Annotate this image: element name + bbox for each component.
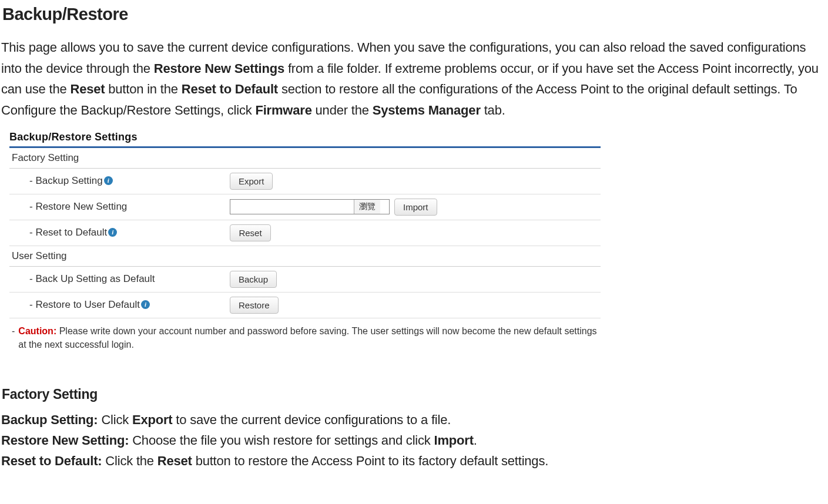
backup-button[interactable]: Backup: [230, 271, 277, 288]
intro-bold: Reset to Default: [182, 82, 278, 96]
intro-text: button in the: [105, 82, 181, 96]
import-button[interactable]: Import: [394, 199, 437, 216]
export-button[interactable]: Export: [230, 173, 273, 190]
page-title: Backup/Restore: [2, 5, 828, 24]
intro-paragraph: This page allows you to save the current…: [1, 37, 828, 121]
intro-bold: Restore New Settings: [154, 61, 284, 76]
backup-setting-row: - Backup Setting i Export: [9, 169, 601, 194]
def-label: Reset to Default:: [1, 453, 102, 468]
settings-panel: Backup/Restore Settings Factory Setting …: [9, 128, 601, 354]
intro-text: under the: [312, 103, 373, 117]
intro-bold: Reset: [70, 82, 105, 96]
backup-as-default-row: - Back Up Setting as Default Backup: [9, 267, 601, 293]
factory-setting-title: Factory Setting: [2, 387, 828, 402]
definition-restore: Restore New Setting: Choose the file you…: [1, 430, 828, 451]
info-icon[interactable]: i: [141, 300, 150, 309]
def-text: button to restore the Access Point to it…: [192, 453, 548, 468]
def-text: to save the current device configuration…: [172, 412, 451, 427]
caution-label: Caution:: [18, 326, 56, 336]
def-text: Choose the file you wish restore for set…: [129, 433, 434, 448]
reset-to-default-row: - Reset to Default i Reset: [9, 220, 601, 246]
caution-text: Please write down your account number an…: [18, 326, 596, 350]
def-label: Backup Setting:: [1, 412, 98, 427]
label-text: - Back Up Setting as Default: [29, 273, 155, 285]
user-setting-header: User Setting: [9, 246, 601, 267]
restore-user-default-label: - Restore to User Default i: [9, 299, 230, 311]
panel-title: Backup/Restore Settings: [9, 128, 601, 146]
info-icon[interactable]: i: [104, 176, 113, 185]
def-bold: Reset: [157, 453, 192, 468]
intro-text: tab.: [481, 103, 505, 117]
reset-to-default-label: - Reset to Default i: [9, 227, 230, 238]
label-text: - Restore to User Default: [29, 299, 140, 311]
label-text: - Backup Setting: [29, 175, 103, 187]
definition-backup: Backup Setting: Click Export to save the…: [1, 409, 828, 430]
restore-user-default-row: - Restore to User Default i Restore: [9, 293, 601, 318]
caution-note: - Caution: Please write down your accoun…: [9, 318, 601, 354]
restore-new-setting-label: - Restore New Setting: [9, 201, 230, 213]
label-text: - Restore New Setting: [29, 201, 127, 213]
def-bold: Import: [434, 433, 474, 448]
reset-button[interactable]: Reset: [230, 224, 271, 241]
browse-button[interactable]: 瀏覽: [354, 200, 380, 214]
restore-button[interactable]: Restore: [230, 297, 279, 314]
label-text: - Reset to Default: [29, 227, 107, 238]
intro-bold: Firmware: [255, 103, 311, 117]
def-label: Restore New Setting:: [1, 433, 129, 448]
file-path-input[interactable]: [230, 200, 354, 213]
file-chooser[interactable]: 瀏覽: [230, 199, 390, 214]
intro-bold: Systems Manager: [373, 103, 481, 117]
def-text: Click: [98, 412, 132, 427]
caution-dash: -: [12, 324, 15, 351]
definition-reset: Reset to Default: Click the Reset button…: [1, 451, 828, 471]
factory-setting-header: Factory Setting: [9, 148, 601, 169]
factory-setting-definitions: Backup Setting: Click Export to save the…: [1, 409, 828, 472]
def-bold: Export: [132, 412, 172, 427]
def-text: Click the: [102, 453, 157, 468]
def-text: .: [474, 433, 477, 448]
backup-setting-label: - Backup Setting i: [9, 175, 230, 187]
restore-new-setting-row: - Restore New Setting 瀏覽 Import: [9, 194, 601, 220]
info-icon[interactable]: i: [108, 228, 117, 237]
backup-as-default-label: - Back Up Setting as Default: [9, 273, 230, 285]
